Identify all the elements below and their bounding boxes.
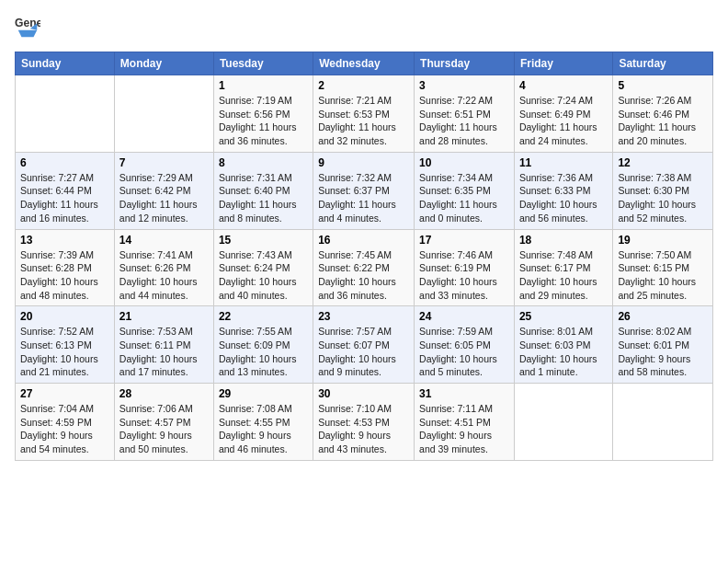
day-number: 9 (318, 156, 409, 169)
day-info: Sunrise: 7:36 AM Sunset: 6:33 PM Dayligh… (519, 171, 608, 225)
day-number: 16 (318, 234, 409, 247)
day-info: Sunrise: 7:27 AM Sunset: 6:44 PM Dayligh… (20, 171, 109, 225)
day-number: 31 (419, 387, 509, 400)
day-info: Sunrise: 7:06 AM Sunset: 4:57 PM Dayligh… (119, 402, 209, 456)
calendar-cell: 17Sunrise: 7:46 AM Sunset: 6:19 PM Dayli… (415, 229, 515, 306)
day-info: Sunrise: 7:31 AM Sunset: 6:40 PM Dayligh… (219, 171, 308, 225)
calendar-cell: 6Sunrise: 7:27 AM Sunset: 6:44 PM Daylig… (16, 152, 115, 229)
day-number: 12 (618, 156, 708, 169)
day-number: 2 (318, 79, 409, 92)
day-number: 30 (318, 387, 409, 400)
calendar-cell: 28Sunrise: 7:06 AM Sunset: 4:57 PM Dayli… (114, 384, 213, 461)
day-number: 7 (119, 156, 209, 169)
calendar-cell: 5Sunrise: 7:26 AM Sunset: 6:46 PM Daylig… (613, 75, 713, 153)
calendar-cell: 3Sunrise: 7:22 AM Sunset: 6:51 PM Daylig… (415, 75, 515, 153)
calendar-cell: 31Sunrise: 7:11 AM Sunset: 4:51 PM Dayli… (415, 384, 515, 461)
calendar-cell: 11Sunrise: 7:36 AM Sunset: 6:33 PM Dayli… (514, 152, 612, 229)
calendar-cell: 8Sunrise: 7:31 AM Sunset: 6:40 PM Daylig… (213, 152, 313, 229)
weekday-header: Friday (514, 52, 612, 75)
day-number: 5 (618, 79, 708, 92)
day-info: Sunrise: 7:48 AM Sunset: 6:17 PM Dayligh… (519, 248, 608, 303)
day-number: 20 (20, 310, 109, 323)
day-info: Sunrise: 7:32 AM Sunset: 6:37 PM Dayligh… (318, 171, 409, 225)
calendar-cell: 26Sunrise: 8:02 AM Sunset: 6:01 PM Dayli… (613, 306, 713, 384)
page-header: General (15, 15, 713, 40)
day-info: Sunrise: 7:43 AM Sunset: 6:24 PM Dayligh… (219, 248, 308, 303)
logo-icon: General (15, 15, 40, 40)
logo: General (15, 15, 44, 40)
calendar-cell: 21Sunrise: 7:53 AM Sunset: 6:11 PM Dayli… (114, 306, 213, 384)
calendar-cell: 29Sunrise: 7:08 AM Sunset: 4:55 PM Dayli… (213, 384, 313, 461)
calendar-cell: 2Sunrise: 7:21 AM Sunset: 6:53 PM Daylig… (313, 75, 415, 153)
day-number: 10 (419, 156, 509, 169)
day-number: 14 (119, 234, 209, 247)
day-info: Sunrise: 7:50 AM Sunset: 6:15 PM Dayligh… (618, 248, 708, 303)
calendar-cell: 30Sunrise: 7:10 AM Sunset: 4:53 PM Dayli… (313, 384, 415, 461)
day-number: 26 (618, 310, 708, 323)
day-info: Sunrise: 7:19 AM Sunset: 6:56 PM Dayligh… (219, 94, 308, 148)
day-info: Sunrise: 7:45 AM Sunset: 6:22 PM Dayligh… (318, 248, 409, 303)
day-number: 24 (419, 310, 509, 323)
day-info: Sunrise: 7:41 AM Sunset: 6:26 PM Dayligh… (119, 248, 209, 303)
calendar-cell: 19Sunrise: 7:50 AM Sunset: 6:15 PM Dayli… (613, 229, 713, 306)
day-info: Sunrise: 8:01 AM Sunset: 6:03 PM Dayligh… (519, 325, 608, 379)
weekday-header: Monday (114, 52, 213, 75)
calendar-cell (514, 384, 612, 461)
day-info: Sunrise: 7:55 AM Sunset: 6:09 PM Dayligh… (219, 325, 308, 379)
calendar-cell: 4Sunrise: 7:24 AM Sunset: 6:49 PM Daylig… (514, 75, 612, 153)
svg-marker-1 (18, 30, 38, 37)
day-info: Sunrise: 7:52 AM Sunset: 6:13 PM Dayligh… (20, 325, 109, 379)
calendar-week-row: 13Sunrise: 7:39 AM Sunset: 6:28 PM Dayli… (16, 229, 713, 306)
day-number: 22 (219, 310, 308, 323)
day-number: 3 (419, 79, 509, 92)
day-number: 28 (119, 387, 209, 400)
day-info: Sunrise: 7:11 AM Sunset: 4:51 PM Dayligh… (419, 402, 509, 456)
weekday-header: Wednesday (313, 52, 415, 75)
calendar-cell (16, 75, 115, 153)
calendar-cell: 1Sunrise: 7:19 AM Sunset: 6:56 PM Daylig… (213, 75, 313, 153)
calendar-cell: 24Sunrise: 7:59 AM Sunset: 6:05 PM Dayli… (415, 306, 515, 384)
calendar-week-row: 1Sunrise: 7:19 AM Sunset: 6:56 PM Daylig… (16, 75, 713, 153)
day-number: 13 (20, 234, 109, 247)
day-info: Sunrise: 7:29 AM Sunset: 6:42 PM Dayligh… (119, 171, 209, 225)
day-info: Sunrise: 7:59 AM Sunset: 6:05 PM Dayligh… (419, 325, 509, 379)
day-info: Sunrise: 7:22 AM Sunset: 6:51 PM Dayligh… (419, 94, 509, 148)
day-info: Sunrise: 7:39 AM Sunset: 6:28 PM Dayligh… (20, 248, 109, 303)
calendar-cell: 23Sunrise: 7:57 AM Sunset: 6:07 PM Dayli… (313, 306, 415, 384)
calendar-cell: 12Sunrise: 7:38 AM Sunset: 6:30 PM Dayli… (613, 152, 713, 229)
day-number: 1 (219, 79, 308, 92)
calendar-cell: 25Sunrise: 8:01 AM Sunset: 6:03 PM Dayli… (514, 306, 612, 384)
calendar-cell (114, 75, 213, 153)
calendar-cell: 14Sunrise: 7:41 AM Sunset: 6:26 PM Dayli… (114, 229, 213, 306)
day-info: Sunrise: 7:34 AM Sunset: 6:35 PM Dayligh… (419, 171, 509, 225)
day-info: Sunrise: 7:53 AM Sunset: 6:11 PM Dayligh… (119, 325, 209, 379)
day-number: 29 (219, 387, 308, 400)
day-number: 11 (519, 156, 608, 169)
day-number: 25 (519, 310, 608, 323)
calendar-cell: 15Sunrise: 7:43 AM Sunset: 6:24 PM Dayli… (213, 229, 313, 306)
day-info: Sunrise: 7:26 AM Sunset: 6:46 PM Dayligh… (618, 94, 708, 148)
calendar-cell (613, 384, 713, 461)
day-info: Sunrise: 7:10 AM Sunset: 4:53 PM Dayligh… (318, 402, 409, 456)
day-number: 17 (419, 234, 509, 247)
weekday-header: Thursday (415, 52, 515, 75)
day-info: Sunrise: 8:02 AM Sunset: 6:01 PM Dayligh… (618, 325, 708, 379)
day-info: Sunrise: 7:46 AM Sunset: 6:19 PM Dayligh… (419, 248, 509, 303)
calendar-cell: 10Sunrise: 7:34 AM Sunset: 6:35 PM Dayli… (415, 152, 515, 229)
calendar-cell: 9Sunrise: 7:32 AM Sunset: 6:37 PM Daylig… (313, 152, 415, 229)
day-number: 27 (20, 387, 109, 400)
day-number: 19 (618, 234, 708, 247)
day-number: 21 (119, 310, 209, 323)
day-number: 15 (219, 234, 308, 247)
calendar-cell: 16Sunrise: 7:45 AM Sunset: 6:22 PM Dayli… (313, 229, 415, 306)
day-number: 18 (519, 234, 608, 247)
day-info: Sunrise: 7:04 AM Sunset: 4:59 PM Dayligh… (20, 402, 109, 456)
weekday-header: Sunday (16, 52, 115, 75)
day-number: 6 (20, 156, 109, 169)
day-info: Sunrise: 7:38 AM Sunset: 6:30 PM Dayligh… (618, 171, 708, 225)
day-number: 8 (219, 156, 308, 169)
calendar-cell: 20Sunrise: 7:52 AM Sunset: 6:13 PM Dayli… (16, 306, 115, 384)
day-number: 4 (519, 79, 608, 92)
weekday-header: Tuesday (213, 52, 313, 75)
header-row: SundayMondayTuesdayWednesdayThursdayFrid… (16, 52, 713, 75)
